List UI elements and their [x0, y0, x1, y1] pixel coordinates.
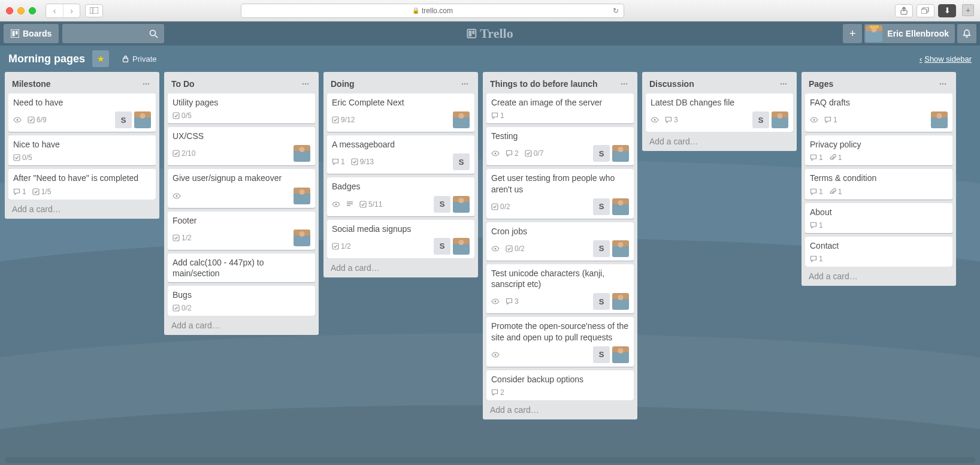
comments-badge: 1: [810, 255, 823, 263]
card[interactable]: Privacy policy11: [805, 135, 952, 165]
list-title[interactable]: Discussion: [649, 79, 694, 89]
list-menu-icon[interactable]: [300, 78, 311, 90]
star-button[interactable]: ★: [92, 50, 109, 67]
list-menu-icon[interactable]: [140, 78, 152, 90]
minimize-window[interactable]: [17, 7, 25, 14]
add-card[interactable]: Add a card…: [8, 200, 156, 215]
reload-icon[interactable]: ↻: [613, 7, 619, 15]
card-title: Utility pages: [173, 97, 310, 108]
member-avatar[interactable]: [294, 145, 310, 162]
member-avatar[interactable]: [294, 230, 310, 246]
list-menu-icon[interactable]: [937, 78, 949, 90]
zoom-window[interactable]: [29, 7, 36, 14]
member-initial[interactable]: S: [115, 111, 132, 128]
card[interactable]: Consider backup options2: [486, 370, 634, 400]
show-sidebar[interactable]: ‹ Show sidebar: [919, 55, 972, 64]
create-button[interactable]: +: [843, 24, 862, 43]
add-card[interactable]: Add a card…: [646, 132, 793, 147]
list-title[interactable]: Things to do before launch: [490, 79, 598, 89]
add-card[interactable]: Add a card…: [805, 267, 952, 282]
member-avatar[interactable]: [134, 111, 151, 128]
app-logo[interactable]: Trello: [467, 26, 513, 41]
card[interactable]: Terms & condition11: [805, 169, 952, 199]
new-tab-button[interactable]: +: [962, 4, 974, 16]
add-card[interactable]: Add a card…: [327, 258, 474, 274]
board-name[interactable]: Morning pages: [8, 53, 85, 65]
card[interactable]: Add calc(100 - 447px) to main/section: [168, 253, 315, 282]
list-menu-icon[interactable]: [618, 78, 630, 90]
member-initial[interactable]: S: [593, 145, 610, 162]
member-avatar[interactable]: [294, 188, 310, 204]
member-initial[interactable]: S: [434, 238, 450, 255]
member-initial[interactable]: S: [593, 293, 610, 310]
member-avatar[interactable]: [772, 111, 788, 128]
user-menu[interactable]: Eric Ellenbrook: [864, 24, 955, 43]
member-initial[interactable]: S: [593, 240, 610, 257]
member-initial[interactable]: S: [453, 153, 470, 170]
member-avatar[interactable]: [453, 196, 470, 213]
sidebar-toggle-icon[interactable]: [85, 4, 103, 17]
card[interactable]: Test unicode characters (kanji, sanscrip…: [486, 264, 634, 313]
card[interactable]: Give user/signup a makeover: [168, 169, 315, 207]
add-card[interactable]: Add a card…: [168, 316, 315, 331]
board-canvas[interactable]: MilestoneNeed to have6/9SNice to have0/5…: [0, 72, 980, 465]
card[interactable]: Testing20/7S: [486, 127, 634, 165]
member-initial[interactable]: S: [593, 198, 610, 215]
card[interactable]: Promote the open-source'ness of the site…: [486, 317, 634, 366]
member-avatar[interactable]: [453, 111, 470, 128]
member-avatar[interactable]: [612, 145, 629, 162]
member-avatar[interactable]: [453, 238, 470, 255]
boards-button[interactable]: Boards: [4, 24, 59, 43]
close-window[interactable]: [6, 7, 13, 14]
card[interactable]: After "Need to have" is completed11/5: [8, 169, 156, 199]
list-title[interactable]: To Do: [171, 79, 195, 89]
list-menu-icon[interactable]: [459, 78, 471, 90]
member-avatar[interactable]: [931, 111, 948, 128]
member-initial[interactable]: S: [752, 111, 769, 128]
card[interactable]: Social media signups1/2S: [327, 220, 474, 258]
card[interactable]: UX/CSS2/10: [168, 127, 315, 165]
card[interactable]: Utility pages0/5: [168, 93, 315, 123]
card-title: Cron jobs: [491, 226, 629, 237]
member-avatar[interactable]: [612, 293, 629, 310]
visibility[interactable]: Private: [122, 55, 156, 64]
list-title[interactable]: Milestone: [12, 79, 51, 89]
search-input[interactable]: [62, 24, 164, 43]
list-title[interactable]: Pages: [809, 79, 833, 89]
downloads-icon[interactable]: ⬇: [938, 4, 956, 17]
svg-rect-24: [173, 235, 179, 241]
list-title[interactable]: Doing: [331, 79, 355, 89]
card[interactable]: Contact1: [805, 237, 952, 267]
card[interactable]: Bugs0/2: [168, 286, 315, 316]
card[interactable]: About1: [805, 203, 952, 233]
list-menu-icon[interactable]: [778, 78, 790, 90]
forward-button[interactable]: ›: [63, 4, 80, 17]
member-initial[interactable]: S: [593, 346, 610, 363]
card[interactable]: Latest DB changes file3S: [646, 93, 793, 132]
card[interactable]: Cron jobs0/2S: [486, 222, 634, 261]
back-button[interactable]: ‹: [46, 4, 63, 17]
svg-rect-16: [14, 155, 20, 161]
card[interactable]: Footer1/2: [168, 212, 315, 250]
member-initial[interactable]: S: [434, 196, 450, 213]
notifications-button[interactable]: [957, 24, 976, 43]
card[interactable]: Eric Complete Next9/12: [327, 93, 474, 132]
card[interactable]: Nice to have0/5: [8, 135, 156, 165]
member-avatar[interactable]: [612, 346, 629, 363]
member-avatar[interactable]: [612, 240, 629, 257]
card[interactable]: Create an image of the server1: [486, 93, 634, 123]
tabs-icon[interactable]: [917, 4, 934, 17]
member-avatar[interactable]: [612, 198, 629, 215]
card[interactable]: Need to have6/9S: [8, 93, 156, 132]
card[interactable]: Get user testing from people who aren't …: [486, 169, 634, 218]
card[interactable]: Badges5/11S: [327, 177, 474, 216]
horizontal-scrollbar[interactable]: [5, 457, 975, 463]
checklist-badge: 1/5: [32, 188, 52, 196]
card[interactable]: A messageboard19/13S: [327, 135, 474, 174]
address-bar[interactable]: 🔒 trello.com ↻: [241, 4, 624, 18]
svg-rect-30: [352, 159, 358, 165]
share-icon[interactable]: [895, 4, 913, 17]
card[interactable]: FAQ drafts1: [805, 93, 952, 132]
comments-badge: 1: [332, 158, 345, 166]
add-card[interactable]: Add a card…: [486, 400, 634, 416]
